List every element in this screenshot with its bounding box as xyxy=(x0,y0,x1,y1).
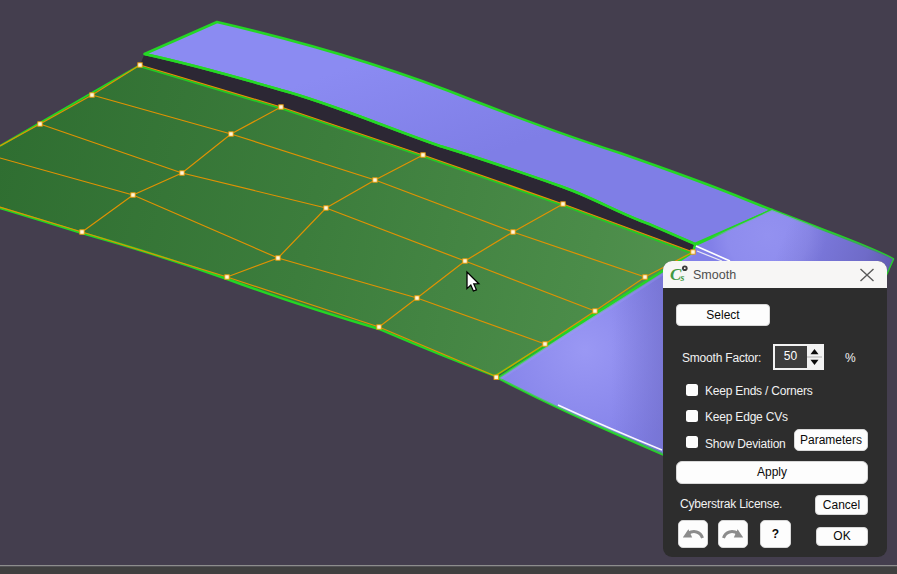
svg-text:s: s xyxy=(680,272,685,283)
